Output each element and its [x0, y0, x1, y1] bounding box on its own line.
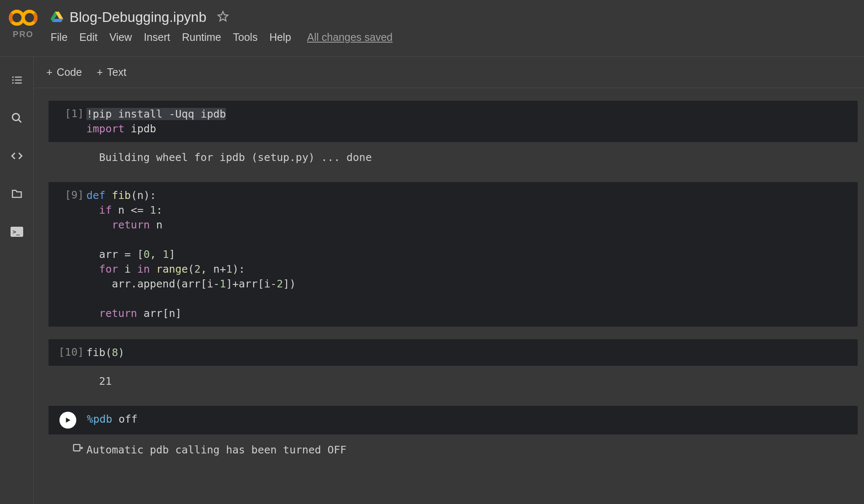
terminal-icon[interactable]: >_	[11, 225, 23, 238]
output-text: Building wheel for ipdb (setup.py) ... d…	[86, 150, 372, 166]
svg-point-8	[12, 114, 19, 121]
svg-rect-3	[15, 77, 21, 78]
code-editor[interactable]: def fib(n): if n <= 1: return n arr = [0…	[86, 188, 296, 321]
colab-logo	[8, 8, 38, 27]
svg-point-0	[11, 11, 23, 24]
svg-point-1	[23, 11, 36, 24]
output-text: Automatic pdb calling has been turned OF…	[86, 442, 346, 458]
toc-icon[interactable]	[11, 74, 23, 86]
code-cell: [10]fib(8)21	[48, 339, 858, 393]
notebook-title[interactable]: Blog-Debugging.ipynb	[70, 9, 207, 25]
main-area: >_ + Code + Text [1]!pip install -Uqq ip…	[0, 57, 864, 504]
drive-icon	[51, 11, 63, 24]
code-cell: %pdb offAutomatic pdb calling has been t…	[48, 406, 858, 462]
add-code-button[interactable]: + Code	[46, 66, 82, 78]
cell-toolbar: + Code + Text	[34, 57, 864, 88]
execution-count: [1]	[55, 107, 84, 120]
svg-rect-7	[15, 83, 21, 83]
search-icon[interactable]	[11, 112, 23, 124]
menu-file[interactable]: File	[51, 31, 67, 43]
code-editor[interactable]: fib(8)	[86, 345, 124, 360]
svg-point-2	[12, 76, 13, 78]
cells-container: [1]!pip install -Uqq ipdb import ipdbBui…	[34, 88, 864, 474]
run-button[interactable]	[59, 412, 76, 429]
menu-help[interactable]: Help	[269, 31, 291, 43]
code-snippets-icon[interactable]	[11, 150, 23, 162]
cell-input[interactable]: [9]def fib(n): if n <= 1: return n arr =…	[48, 182, 858, 327]
svg-rect-5	[15, 80, 21, 80]
menu-bar: File Edit View Insert Runtime Tools Help…	[51, 29, 856, 49]
cell-input[interactable]: [10]fib(8)	[48, 339, 858, 366]
output-gutter	[55, 442, 84, 456]
plus-icon: +	[97, 66, 103, 78]
left-rail: >_	[0, 57, 34, 504]
svg-point-4	[12, 79, 13, 81]
svg-text:>_: >_	[13, 228, 20, 236]
cell-output: 21	[48, 366, 858, 393]
execution-count: [9]	[55, 188, 84, 201]
menu-insert[interactable]: Insert	[144, 31, 170, 43]
svg-line-9	[18, 120, 21, 123]
menu-edit[interactable]: Edit	[79, 31, 97, 43]
star-icon[interactable]	[217, 11, 229, 24]
cell-input[interactable]: %pdb off	[48, 406, 858, 434]
svg-point-6	[12, 82, 13, 84]
cell-output: Automatic pdb calling has been turned OF…	[48, 434, 858, 462]
title-row: Blog-Debugging.ipynb	[51, 4, 856, 29]
add-text-label: Text	[107, 66, 126, 78]
menu-runtime[interactable]: Runtime	[182, 31, 221, 43]
cell-output: Building wheel for ipdb (setup.py) ... d…	[48, 142, 858, 169]
pro-label: PRO	[13, 29, 33, 39]
code-editor[interactable]: !pip install -Uqq ipdb import ipdb	[86, 107, 226, 136]
menu-tools[interactable]: Tools	[233, 31, 258, 43]
output-text: 21	[86, 373, 112, 390]
menu-view[interactable]: View	[109, 31, 132, 43]
svg-rect-12	[74, 444, 80, 450]
code-cell: [9]def fib(n): if n <= 1: return n arr =…	[48, 182, 858, 327]
save-status[interactable]: All changes saved	[307, 31, 393, 43]
folder-icon[interactable]	[11, 188, 23, 200]
code-editor[interactable]: %pdb off	[87, 412, 137, 426]
output-collapse-icon[interactable]	[72, 442, 84, 456]
add-code-label: Code	[57, 66, 82, 78]
code-cell: [1]!pip install -Uqq ipdb import ipdbBui…	[48, 101, 858, 169]
cell-input[interactable]: [1]!pip install -Uqq ipdb import ipdb	[48, 101, 858, 142]
execution-count: [10]	[55, 345, 84, 358]
add-text-button[interactable]: + Text	[97, 66, 126, 78]
logo-block: PRO	[8, 8, 38, 39]
plus-icon: +	[46, 66, 53, 78]
notebook-content: + Code + Text [1]!pip install -Uqq ipdb …	[34, 57, 864, 504]
app-header: PRO Blog-Debugging.ipynb File Edit View …	[0, 0, 864, 57]
